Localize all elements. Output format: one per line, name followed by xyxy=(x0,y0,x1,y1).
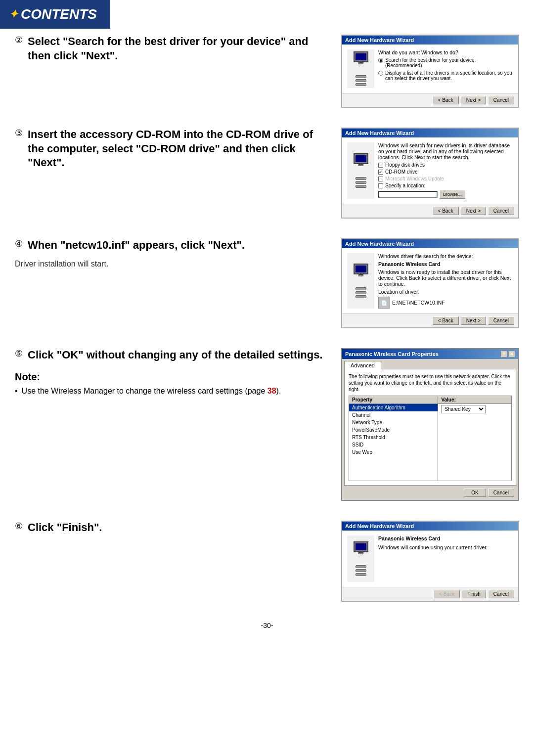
monitor-3 xyxy=(354,264,368,274)
wizard-2-cb-2[interactable]: ✓ CD-ROM drive xyxy=(378,169,513,175)
wizard-4-finish-btn[interactable]: Finish xyxy=(462,590,486,598)
step-3-heading: Insert the accessory CD-ROM into the CD-… xyxy=(28,128,326,170)
step-6-number: ⑥ xyxy=(15,521,23,532)
wizard-3-content: Windows driver file search for the devic… xyxy=(378,253,513,309)
radio-1-dot xyxy=(380,59,382,62)
computer-icon-2 xyxy=(352,153,370,174)
step-4-heading-row: ④ When "netcw10.inf" appears, click "Nex… xyxy=(15,238,326,257)
wizard-4-cancel-btn[interactable]: Cancel xyxy=(488,590,514,598)
props-cancel-btn[interactable]: Cancel xyxy=(488,489,514,497)
monitor-1 xyxy=(354,51,368,62)
wizard-2-cancel-btn[interactable]: Cancel xyxy=(488,207,514,215)
close-titlebar-btn[interactable]: ✕ xyxy=(508,351,515,357)
props-col-left: Property Authentication Algorithm Channe… xyxy=(349,396,438,481)
computer-icon-4 xyxy=(352,541,370,562)
prop-item-6[interactable]: SSID xyxy=(349,441,438,448)
location-input[interactable] xyxy=(378,191,438,198)
monitor-screen-1 xyxy=(356,53,366,60)
wizard-3-title: Add New Hardware Wizard xyxy=(345,241,414,247)
step-4-sub: Driver installation will start. xyxy=(15,260,326,268)
wizard-1-back-btn[interactable]: < Back xyxy=(433,96,459,104)
prop-item-4[interactable]: PowerSaveMode xyxy=(349,426,438,434)
prop-item-1[interactable]: Authentication Algorithm xyxy=(349,404,438,411)
wizard-4-box: Add New Hardware Wizard xyxy=(341,521,519,602)
wizard-1-option-1: Search for the best driver for your devi… xyxy=(385,57,513,68)
wizard-3-next-btn[interactable]: Next > xyxy=(461,316,486,325)
disk-2b xyxy=(356,181,366,184)
props-value-select[interactable]: Shared Key xyxy=(441,405,486,413)
wizard-2-next-btn[interactable]: Next > xyxy=(461,207,486,215)
wizard-2-back-btn[interactable]: < Back xyxy=(433,207,459,215)
monitor-screen-3 xyxy=(356,266,366,272)
props-ok-btn[interactable]: OK xyxy=(464,489,486,497)
wizard-4-back-btn[interactable]: < Back xyxy=(434,590,460,598)
wizard-3-icon-col xyxy=(347,253,374,309)
monitor-base-3 xyxy=(358,274,363,276)
wizard-2-cb-4[interactable]: Specify a location: xyxy=(378,183,513,188)
wizard-1-next-btn[interactable]: Next > xyxy=(461,96,486,104)
wizard-3-back-btn[interactable]: < Back xyxy=(433,316,459,325)
wizard-1-content: What do you want Windows to do? Search f… xyxy=(378,49,513,88)
cb-3-sq xyxy=(378,177,383,181)
wizard-1-titlebar: Add New Hardware Wizard xyxy=(342,36,518,44)
browse-btn[interactable]: Browse... xyxy=(440,190,465,199)
contents-title: CONTENTS xyxy=(21,6,97,22)
disk-1b xyxy=(356,79,366,82)
wizard-1-cancel-btn[interactable]: Cancel xyxy=(488,96,514,104)
prop-item-7[interactable]: Use Wep xyxy=(349,448,438,456)
step-4-text: ④ When "netcw10.inf" appears, click "Nex… xyxy=(15,238,326,268)
cb-1-label: Floppy disk drives xyxy=(385,162,425,168)
wizard-2-cb-3[interactable]: Microsoft Windows Update xyxy=(378,176,513,181)
wizard-4-body-text: Windows will continue using your current… xyxy=(378,544,513,550)
wizard-2-content: Windows will search for new drivers in i… xyxy=(378,142,513,199)
star-icon: ✦ xyxy=(9,8,18,21)
wizard-3-body: Windows driver file search for the devic… xyxy=(342,248,518,313)
cb-4-sq xyxy=(378,183,383,188)
step-6-section: ⑥ Click "Finish". Add New Hardware Wizar… xyxy=(15,521,519,602)
monitor-base-1 xyxy=(358,62,363,64)
prop-item-3[interactable]: Network Type xyxy=(349,419,438,426)
wizard-4-content: Panasonic Wireless Card Windows will con… xyxy=(378,535,513,582)
wizard-4-titlebar: Add New Hardware Wizard xyxy=(342,522,518,531)
wizard-3-cancel-btn[interactable]: Cancel xyxy=(488,316,514,325)
wizard-4-body: Panasonic Wireless Card Windows will con… xyxy=(342,531,518,587)
step-6-text: ⑥ Click "Finish". xyxy=(15,521,326,539)
wizard-1-radio-1[interactable]: Search for the best driver for your devi… xyxy=(378,57,513,68)
props-body-text: The following properties must be set to … xyxy=(349,373,512,393)
disk-3b xyxy=(356,291,366,294)
wizard-3-footer: < Back Next > Cancel xyxy=(342,313,518,327)
wizard-1-radio-2[interactable]: Display a list of all the drivers in a s… xyxy=(378,70,513,81)
props-body: The following properties must be set to … xyxy=(344,369,516,486)
step-2-heading: Select "Search for the best driver for y… xyxy=(28,35,326,63)
prop-item-5[interactable]: RTS Threshold xyxy=(349,434,438,441)
wizard-2-box: Add New Hardware Wizard xyxy=(341,128,519,219)
disk-4c xyxy=(356,573,366,576)
wizard-1-icon-col xyxy=(347,49,374,88)
props-col-header-value: Value: xyxy=(438,396,511,404)
wizard-2-cb-1[interactable]: Floppy disk drives xyxy=(378,162,513,168)
computer-icon-1 xyxy=(352,51,370,72)
note-item: • Use the Wireless Manager to change the… xyxy=(15,386,326,397)
wizard-2-title: Add New Hardware Wizard xyxy=(345,130,414,136)
step-5-section: ⑤ Click "OK" without changing any of the… xyxy=(15,348,519,501)
step-4-section: ④ When "netcw10.inf" appears, click "Nex… xyxy=(15,238,519,328)
disk-3c xyxy=(356,295,366,298)
wizard-1-footer: < Back Next > Cancel xyxy=(342,93,518,107)
cb-3-label: Microsoft Windows Update xyxy=(385,176,444,181)
note-label: Note: xyxy=(15,371,326,383)
step-4-heading: When "netcw10.inf" appears, click "Next"… xyxy=(28,238,245,253)
disk-2a xyxy=(356,177,366,180)
disk-stack-3 xyxy=(356,287,366,298)
step-6-heading: Click "Finish". xyxy=(28,521,102,535)
cb-2-label: CD-ROM drive xyxy=(385,169,418,175)
file-icon: 📄 xyxy=(378,297,390,309)
monitor-base-2 xyxy=(358,164,363,166)
help-titlebar-btn[interactable]: ? xyxy=(500,351,507,357)
wizard-3-device: Panasonic Wireless Card xyxy=(378,261,513,267)
prop-item-2[interactable]: Channel xyxy=(349,411,438,419)
step-3-heading-row: ③ Insert the accessory CD-ROM into the C… xyxy=(15,128,326,174)
wizard-4-icon-col xyxy=(347,535,374,582)
step-2-text: ② Select "Search for the best driver for… xyxy=(15,35,326,67)
advanced-tab[interactable]: Advanced xyxy=(344,361,381,369)
props-footer: OK Cancel xyxy=(342,486,518,500)
